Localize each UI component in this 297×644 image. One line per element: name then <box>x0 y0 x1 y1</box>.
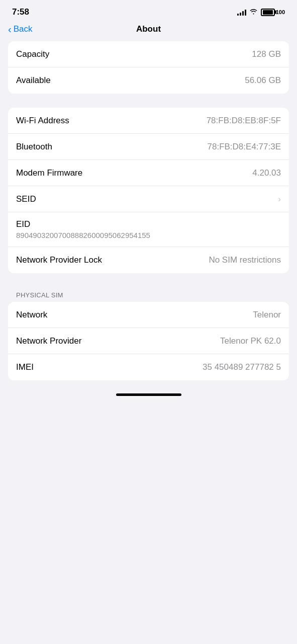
network-provider-value: Telenor PK 62.0 <box>220 336 281 346</box>
eid-label: EID <box>16 219 281 229</box>
seid-row[interactable]: SEID › <box>8 186 289 212</box>
network-provider-lock-value: No SIM restrictions <box>209 255 281 265</box>
modem-firmware-value: 4.20.03 <box>252 168 281 178</box>
capacity-row: Capacity 128 GB <box>8 41 289 67</box>
bluetooth-label: Bluetooth <box>16 142 52 152</box>
physical-sim-card: Network Telenor Network Provider Telenor… <box>8 302 289 380</box>
available-value: 56.06 GB <box>245 75 281 86</box>
eid-value: 89049032007008882600095062954155 <box>16 231 281 239</box>
nav-bar: ‹ Back About <box>0 20 297 41</box>
spacer-1 <box>8 98 289 108</box>
physical-sim-header: PHYSICAL SIM <box>8 287 289 302</box>
battery-icon <box>261 9 275 16</box>
available-row: Available 56.06 GB <box>8 67 289 94</box>
wifi-icon <box>249 8 258 16</box>
modem-firmware-label: Modem Firmware <box>16 168 82 178</box>
battery-label: 100 <box>276 9 285 15</box>
network-row: Network Telenor <box>8 302 289 328</box>
capacity-label: Capacity <box>16 49 49 59</box>
back-button[interactable]: ‹ Back <box>8 24 32 34</box>
storage-card: Capacity 128 GB Available 56.06 GB <box>8 41 289 94</box>
home-bar <box>116 393 181 396</box>
eid-row: EID 89049032007008882600095062954155 <box>8 212 289 247</box>
battery-container: 100 <box>261 9 285 16</box>
network-label: Network <box>16 310 47 320</box>
home-indicator <box>0 388 297 400</box>
wifi-address-row: Wi-Fi Address 78:FB:D8:EB:8F:5F <box>8 108 289 134</box>
page-title: About <box>136 24 161 34</box>
seid-chevron-icon: › <box>278 194 281 204</box>
network-info-card: Wi-Fi Address 78:FB:D8:EB:8F:5F Bluetoot… <box>8 108 289 273</box>
wifi-address-label: Wi-Fi Address <box>16 116 69 126</box>
imei-row: IMEI 35 450489 277782 5 <box>8 354 289 380</box>
bluetooth-row: Bluetooth 78:FB:D8:E4:77:3E <box>8 134 289 160</box>
imei-label: IMEI <box>16 362 34 372</box>
signal-bars-icon <box>237 9 246 16</box>
modem-firmware-row: Modem Firmware 4.20.03 <box>8 160 289 186</box>
network-provider-label: Network Provider <box>16 336 81 346</box>
available-label: Available <box>16 75 51 86</box>
back-label: Back <box>14 24 33 34</box>
network-value: Telenor <box>253 310 281 320</box>
back-chevron-icon: ‹ <box>8 24 12 34</box>
status-bar: 7:58 100 <box>0 0 297 20</box>
status-icons: 100 <box>237 8 285 16</box>
network-provider-row: Network Provider Telenor PK 62.0 <box>8 328 289 354</box>
wifi-address-value: 78:FB:D8:EB:8F:5F <box>207 116 281 126</box>
bluetooth-value: 78:FB:D8:E4:77:3E <box>208 142 281 152</box>
network-provider-lock-row: Network Provider Lock No SIM restriction… <box>8 247 289 273</box>
capacity-value: 128 GB <box>252 49 281 59</box>
content: Capacity 128 GB Available 56.06 GB Wi-Fi… <box>0 41 297 380</box>
spacer-2 <box>8 277 289 287</box>
status-time: 7:58 <box>12 7 29 17</box>
imei-value: 35 450489 277782 5 <box>203 362 281 372</box>
seid-label: SEID <box>16 194 36 204</box>
network-provider-lock-label: Network Provider Lock <box>16 255 102 265</box>
